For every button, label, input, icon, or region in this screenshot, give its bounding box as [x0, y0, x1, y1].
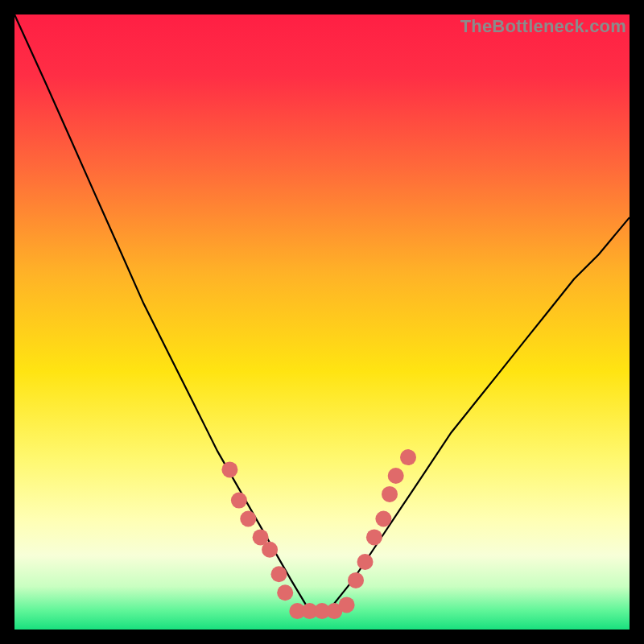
marker-point — [366, 529, 382, 545]
marker-point — [262, 542, 278, 558]
watermark-text: TheBottleneck.com — [460, 16, 626, 37]
chart-frame: TheBottleneck.com — [14, 14, 630, 630]
marker-point — [388, 468, 404, 484]
marker-point — [271, 566, 287, 582]
marker-point — [240, 511, 256, 527]
marker-point — [339, 597, 355, 613]
marker-point — [375, 511, 391, 527]
marker-point — [348, 572, 364, 588]
marker-point — [277, 584, 293, 601]
bottleneck-chart — [14, 14, 630, 630]
marker-point — [400, 449, 416, 465]
marker-point — [221, 461, 237, 477]
marker-point — [231, 493, 247, 509]
marker-point — [357, 554, 374, 570]
gradient-bg — [14, 14, 630, 630]
marker-point — [382, 486, 398, 502]
